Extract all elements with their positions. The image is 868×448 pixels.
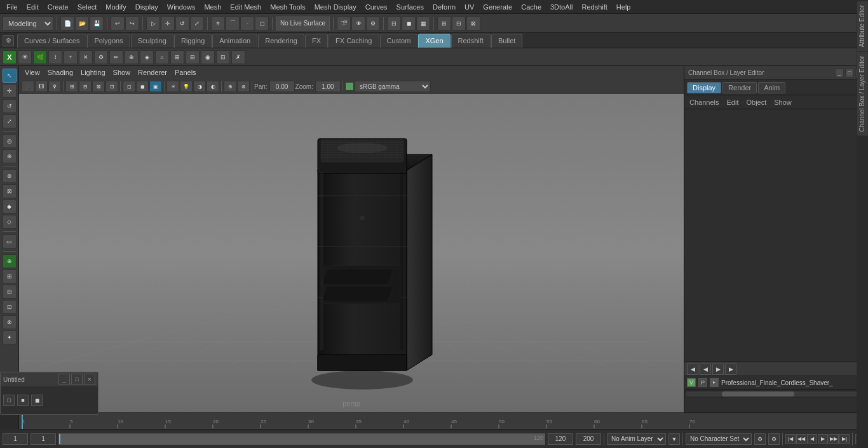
panel-minimize-btn[interactable]: _ [835, 69, 844, 78]
tab-bullet[interactable]: Bullet [491, 34, 523, 48]
vp-camera-btn[interactable]: 🎥 [22, 81, 34, 92]
mini-win-min-btn[interactable]: _ [58, 374, 70, 385]
menu-curves[interactable]: Curves [362, 2, 391, 12]
vp-ao-btn[interactable]: ◐ [207, 81, 219, 92]
panel-maximize-btn[interactable]: □ [845, 69, 854, 78]
vp-light1-btn[interactable]: ☀ [166, 81, 179, 92]
tab-animation[interactable]: Animation [212, 34, 257, 48]
current-frame-input[interactable] [3, 433, 28, 445]
menu-edit-mesh[interactable]: Edit Mesh [226, 2, 265, 12]
paint-btn[interactable]: ◇ [3, 215, 17, 229]
menu-redshift[interactable]: Redshift [578, 2, 611, 12]
layers-prev2-btn[interactable]: ◀ [700, 363, 711, 375]
vp-btn2[interactable]: ⊠ [92, 81, 105, 92]
scale-btn[interactable]: ⤢ [190, 17, 204, 31]
save-btn[interactable]: 💾 [90, 17, 104, 31]
menu-mesh-display[interactable]: Mesh Display [311, 2, 360, 12]
tab-redshift[interactable]: Redshift [451, 34, 491, 48]
char-set-btn1[interactable]: ⚙ [754, 433, 766, 445]
pb-next-btn[interactable]: ▶▶ [829, 434, 839, 444]
char-set-select[interactable]: No Character Set [686, 433, 752, 445]
vp-extra2-btn[interactable]: ⊗ [237, 81, 250, 92]
select-tool[interactable]: ↖ [3, 69, 17, 83]
vp-view-menu[interactable]: View [22, 68, 43, 77]
soft-select-btn[interactable]: ◎ [3, 134, 17, 148]
char-set-btn2[interactable]: ⚙ [768, 433, 780, 445]
timeline-track[interactable]: 1 5 10 15 20 25 30 35 40 45 50 [19, 413, 868, 430]
menu-create[interactable]: Create [44, 2, 72, 12]
undo-btn[interactable]: ↩ [111, 17, 125, 31]
pb-prev-key-btn[interactable]: ◀◀ [796, 434, 806, 444]
tab-fx[interactable]: FX [305, 34, 328, 48]
cb-tab-render[interactable]: Render [722, 82, 757, 93]
xgen-tool9-btn[interactable]: ✗ [231, 50, 245, 64]
vp-btn3[interactable]: ⊡ [105, 81, 118, 92]
workspace-gear[interactable]: ⚙ [3, 35, 14, 46]
layout2-btn[interactable]: ⊟ [452, 17, 466, 31]
select-btn[interactable]: ▷ [146, 17, 160, 31]
wireframe-btn[interactable]: ⊟ [387, 17, 401, 31]
pb-play-btn[interactable]: ▶ [818, 434, 828, 444]
vp-zoom-input[interactable] [315, 81, 341, 92]
cb-menu-object[interactable]: Object [743, 97, 769, 107]
vp-mic-btn[interactable]: 🎙 [48, 81, 61, 92]
vp-wire-btn[interactable]: ◻ [123, 81, 135, 92]
vp-renderer-menu[interactable]: Renderer [135, 68, 170, 77]
cb-tab-anim[interactable]: Anim [758, 82, 785, 93]
cb-menu-show[interactable]: Show [771, 97, 794, 107]
tab-rendering[interactable]: Rendering [258, 34, 304, 48]
menu-select[interactable]: Select [74, 2, 101, 12]
vp-tex-btn[interactable]: ▣ [149, 81, 162, 92]
tab-sculpting[interactable]: Sculpting [131, 34, 173, 48]
new-scene-btn[interactable]: 📄 [60, 17, 74, 31]
tab-rigging[interactable]: Rigging [174, 34, 212, 48]
pb-to-end-btn[interactable]: ▶| [839, 434, 850, 444]
menu-windows[interactable]: Windows [163, 2, 200, 12]
rotate-tool[interactable]: ↺ [3, 99, 17, 113]
open-btn[interactable]: 📂 [75, 17, 89, 31]
vp-light2-btn[interactable]: 💡 [180, 81, 193, 92]
snap-grid-btn[interactable]: # [211, 17, 225, 31]
xgen-tool5-btn[interactable]: ⊞ [170, 50, 184, 64]
vp-show-menu[interactable]: Show [110, 68, 134, 77]
pivot-btn[interactable]: ⊛ [3, 169, 17, 183]
anim-layer-select[interactable]: No Anim Layer [607, 433, 666, 445]
end-frame-input[interactable] [548, 433, 573, 445]
xgen-tool6-btn[interactable]: ⊟ [186, 50, 200, 64]
transform-btn[interactable]: ⊕ [3, 149, 17, 163]
xgen-leaf-btn[interactable]: 🌿 [33, 50, 47, 64]
lt-btn-extra5[interactable]: ✦ [3, 330, 17, 344]
render-btn[interactable]: 🎬 [337, 17, 351, 31]
menu-edit[interactable]: Edit [23, 2, 43, 12]
xgen-logo-btn[interactable]: X [3, 50, 17, 64]
vp-color-space-select[interactable]: sRGB gamma Linear Raw [355, 81, 431, 92]
mini-win-btn3[interactable]: ◼ [31, 395, 43, 406]
vp-grid-btn[interactable]: ⊞ [65, 81, 78, 92]
xgen-tool3-btn[interactable]: ◈ [140, 50, 154, 64]
cb-menu-channels[interactable]: Channels [687, 97, 721, 107]
lt-btn-extra1[interactable]: ⊞ [3, 269, 17, 283]
xgen-side-btn[interactable]: ⊕ [3, 254, 17, 268]
menu-mesh-tools[interactable]: Mesh Tools [266, 2, 309, 12]
scale-tool[interactable]: ⤢ [3, 114, 17, 128]
playback-range[interactable]: 120 [58, 433, 545, 445]
xgen-brush-btn[interactable]: ✏ [109, 50, 123, 64]
layers-next2-btn[interactable]: ▶ [725, 363, 736, 375]
lt-btn-extra3[interactable]: ⊡ [3, 300, 17, 314]
vp-panels-menu[interactable]: Panels [172, 68, 200, 77]
menu-surfaces[interactable]: Surfaces [393, 2, 428, 12]
snap-surface-btn[interactable]: ◻ [255, 17, 269, 31]
menu-uv[interactable]: UV [461, 2, 478, 12]
layer-p-btn[interactable]: P [698, 378, 707, 387]
vp-btn1[interactable]: ⊟ [79, 81, 92, 92]
menu-cache[interactable]: Cache [517, 2, 545, 12]
tab-fx-caching[interactable]: FX Caching [329, 34, 379, 48]
cb-menu-edit[interactable]: Edit [724, 97, 741, 107]
mini-win-close-btn[interactable]: × [84, 374, 95, 385]
start-frame-input[interactable] [31, 433, 56, 445]
tab-xgen[interactable]: XGen [418, 34, 450, 48]
xgen-tool7-btn[interactable]: ◉ [201, 50, 215, 64]
xgen-tool4-btn[interactable]: ⌂ [155, 50, 169, 64]
vp-film-btn[interactable]: 🎞 [35, 81, 48, 92]
pb-to-start-btn[interactable]: |◀ [785, 434, 796, 444]
